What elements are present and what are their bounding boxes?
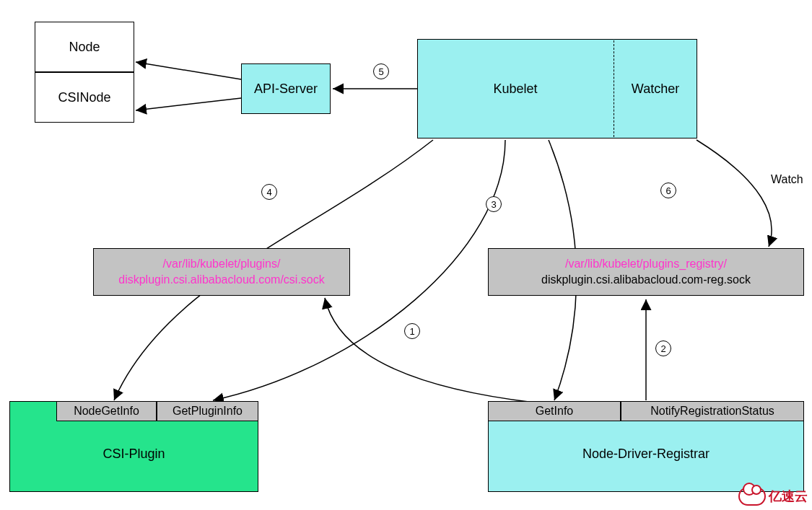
svg-line-1 [136, 62, 241, 79]
kubelet-label: Kubelet [493, 82, 537, 97]
plugins-sock-line1: /var/lib/kubelet/plugins/ [163, 256, 281, 272]
cloud-icon [738, 487, 766, 506]
registry-sock-line1: /var/lib/kubelet/plugins_registry/ [565, 256, 727, 272]
node-get-info-label: NodeGetInfo [74, 405, 139, 418]
get-info-box: GetInfo [488, 401, 621, 421]
step-5-badge: 5 [373, 63, 389, 79]
csinode-box: CSINode [35, 72, 134, 123]
step-1-badge: 1 [404, 323, 420, 339]
node-get-info-box: NodeGetInfo [56, 401, 157, 421]
plugins-sock-line2: diskplugin.csi.alibabacloud.com/csi.sock [118, 272, 324, 288]
api-server-label: API-Server [254, 82, 318, 97]
step-4-badge: 4 [261, 184, 277, 200]
api-server-box: API-Server [241, 63, 331, 114]
get-info-label: GetInfo [536, 405, 573, 418]
step-3-badge: 3 [486, 196, 502, 212]
plugins-sock-box: /var/lib/kubelet/plugins/ diskplugin.csi… [93, 248, 350, 296]
node-box: Node [35, 22, 134, 72]
ndr-label: Node-Driver-Registrar [582, 447, 710, 462]
step-6-badge: 6 [660, 183, 676, 198]
get-plugin-info-label: GetPluginInfo [173, 405, 243, 418]
get-plugin-info-box: GetPluginInfo [157, 401, 258, 421]
watcher-label-area: Watcher [614, 39, 697, 139]
csinode-label: CSINode [58, 90, 110, 105]
registry-sock-box: /var/lib/kubelet/plugins_registry/ diskp… [488, 248, 804, 296]
watermark-logo: 亿速云 [738, 487, 808, 506]
notify-box: NotifyRegistrationStatus [621, 401, 804, 421]
registry-sock-line2: diskplugin.csi.alibabacloud.com-reg.sock [541, 272, 751, 288]
csi-plugin-label: CSI-Plugin [102, 447, 165, 462]
svg-line-2 [136, 98, 241, 110]
watch-label: Watch [771, 173, 803, 186]
node-label: Node [69, 40, 100, 55]
watcher-label: Watcher [632, 82, 679, 97]
notify-label: NotifyRegistrationStatus [650, 405, 774, 418]
step-2-badge: 2 [655, 340, 671, 356]
kubelet-label-area: Kubelet [417, 39, 614, 139]
watermark-text: 亿速云 [769, 488, 808, 505]
